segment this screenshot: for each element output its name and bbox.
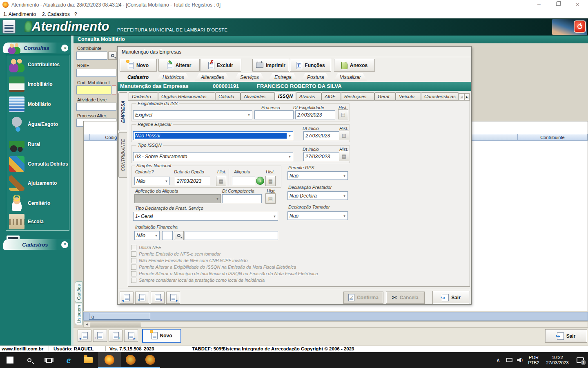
tab-orgaos-relacionados[interactable]: Orgãos Relacionados <box>158 92 215 100</box>
dialog-last-record-button[interactable]: ▸ <box>166 292 180 304</box>
menu-help[interactable]: ? <box>74 11 77 17</box>
sidebar-item-mobiliario[interactable]: Mobiliário <box>6 94 69 114</box>
tab-listagem[interactable]: Listagem <box>75 303 82 325</box>
tipo-dt-input[interactable] <box>303 152 343 161</box>
dt-competencia-input[interactable] <box>222 194 262 203</box>
toolbar-alterar-button[interactable]: ✎Alterar <box>158 59 200 72</box>
horizontal-scrollbar[interactable]: ◂ <box>83 321 588 328</box>
tab-issqn-cadastro[interactable]: Cadastro <box>129 92 158 100</box>
scroll-thumb[interactable] <box>90 322 141 327</box>
taskbar-app3-button[interactable] <box>140 352 160 368</box>
taskbar-app1-button[interactable] <box>98 352 121 368</box>
minimize-icon[interactable]: – <box>537 1 541 7</box>
tab-restricoes[interactable]: Restrições <box>341 92 374 100</box>
dialog-insert-record-button[interactable]: + <box>135 292 149 304</box>
aliquota-input[interactable] <box>232 177 255 185</box>
sidebar-item-consulta-debitos[interactable]: Consulta Débitos <box>6 154 69 174</box>
tray-chevron-button[interactable]: ∧ <box>492 352 504 368</box>
sidebar-item-ajuizamento[interactable]: Ajuizamento <box>6 173 69 193</box>
tab-aidf[interactable]: AIDF <box>321 92 341 100</box>
data-opcao-input[interactable] <box>175 177 210 185</box>
cod-mobiliario-input[interactable] <box>76 85 111 94</box>
sidebar-group-consultas[interactable]: Consultas » <box>3 43 71 53</box>
tab-calculo[interactable]: Cálculo <box>215 92 241 100</box>
first-record-button[interactable]: ◂ <box>78 330 91 342</box>
toolbar-imprimir-button[interactable]: Imprimir <box>252 59 289 72</box>
main-novo-button[interactable]: Novo <box>142 329 181 343</box>
regime-dt-input[interactable] <box>303 131 343 140</box>
dt-exigibilidade-input[interactable] <box>295 110 335 119</box>
volume-tray-icon[interactable]: ) <box>514 352 525 368</box>
checkbox-utiliza-nfe[interactable] <box>131 245 136 250</box>
tab-cadastro[interactable]: Cadastro <box>121 73 155 81</box>
tab-scroll-right-button[interactable]: ▸ <box>464 93 470 100</box>
cancela-button[interactable]: ✂Cancela <box>386 292 425 304</box>
exit-power-button[interactable] <box>574 20 586 33</box>
tab-contribuinte[interactable]: CONTRIBUINTE <box>118 132 127 178</box>
checkbox-alterar-exigibilidade[interactable] <box>131 265 136 270</box>
tab-postura[interactable]: Postura <box>301 73 330 81</box>
optante-combo[interactable]: Não▾ <box>134 177 170 185</box>
contribuinte-search-button[interactable] <box>108 52 117 60</box>
regime-combo[interactable]: Não Possui▾ <box>133 131 293 140</box>
language-indicator[interactable]: POR PTB2 <box>525 352 542 368</box>
tab-veiculo[interactable]: Veículo <box>396 92 421 100</box>
toolbar-novo-button[interactable]: Novo <box>120 59 157 72</box>
dialog-next-record-button[interactable]: + <box>151 292 165 304</box>
rgie-input[interactable] <box>76 69 116 77</box>
atividade-livre-input[interactable] <box>76 103 116 111</box>
hist-button-6[interactable]: ▤ <box>265 193 276 204</box>
tab-scroll-left-button[interactable]: ◂ <box>459 93 464 100</box>
cod-mobiliario-side-button[interactable] <box>112 85 116 94</box>
sidebar-group-cadastros[interactable]: Cadastros » <box>3 239 71 250</box>
insert-record-button[interactable]: + <box>93 330 107 342</box>
menu-cadastros[interactable]: 2. Cadastros <box>42 11 70 17</box>
taskbar-app2-button[interactable] <box>121 352 140 368</box>
decl-tomador-combo[interactable]: Não▾ <box>287 211 348 220</box>
menu-atendimento[interactable]: 1. Atendimento <box>3 11 36 17</box>
checkbox-local-prestacao[interactable] <box>131 278 136 283</box>
restore-icon[interactable] <box>556 2 561 6</box>
tab-issqn[interactable]: ISSQN <box>275 92 296 100</box>
chevron-up-icon[interactable]: » <box>61 45 68 52</box>
sidebar-item-escola[interactable]: Escola <box>6 212 69 231</box>
next-record-button[interactable]: + <box>109 330 122 342</box>
confirma-button[interactable]: ✓Confirma <box>343 292 383 304</box>
contribuinte-input[interactable] <box>76 52 107 60</box>
tab-caracteristicas[interactable]: Características <box>421 92 459 100</box>
chevron-down-icon[interactable]: » <box>61 241 68 248</box>
taskbar-search-button[interactable] <box>20 352 39 368</box>
tab-atividades[interactable]: Atividades <box>241 92 275 100</box>
sidebar-item-contribuintes[interactable]: Contribuintes <box>6 55 69 74</box>
hist-button-2[interactable]: ▤ <box>339 130 349 140</box>
processo-input[interactable] <box>254 110 294 119</box>
inst-fin-search-button[interactable] <box>174 231 184 240</box>
checkbox-nfse-sem-tomador[interactable] <box>131 251 136 257</box>
toolbar-anexos-button[interactable]: Anexos <box>334 59 375 72</box>
hist-button-4[interactable]: ▤ <box>216 176 226 186</box>
scroll-left-arrow[interactable]: ◂ <box>84 322 90 327</box>
permite-rps-combo[interactable]: Não▾ <box>287 171 348 180</box>
tab-geral[interactable]: Geral <box>374 92 396 100</box>
hist-button-1[interactable]: ▤ <box>338 109 348 119</box>
last-record-button[interactable]: ▸ <box>124 330 138 342</box>
checkbox-nfe-cnpj-invalido[interactable] <box>131 258 136 263</box>
inst-fin-combo[interactable]: Não▾ <box>134 231 160 240</box>
network-tray-icon[interactable] <box>504 352 514 368</box>
sidebar-item-imobiliario[interactable]: Imobiliário <box>6 74 69 94</box>
grid-header-contribuinte[interactable]: Contribuinte <box>517 134 588 141</box>
checkbox-alterar-municipio[interactable] <box>131 271 136 276</box>
start-button[interactable] <box>0 352 20 368</box>
dialog-first-record-button[interactable]: ◂ <box>120 292 134 304</box>
clock-indicator[interactable]: 10:22 27/03/2023 <box>542 352 572 368</box>
taskbar-ie-button[interactable]: e <box>59 352 78 368</box>
tab-entrega[interactable]: Entrega <box>268 73 298 81</box>
hist-button-5[interactable]: ▤ <box>265 176 276 186</box>
sidebar-scrollbar[interactable] <box>71 36 74 352</box>
toolbar-excluir-button[interactable]: ✗Excluir <box>200 59 241 72</box>
main-sair-button[interactable]: ↪ Sair <box>545 329 587 343</box>
decl-prestador-combo[interactable]: Não Declara▾ <box>287 191 348 200</box>
tab-empresa[interactable]: EMPRESA <box>118 92 127 131</box>
tab-historicos[interactable]: Históricos <box>156 73 191 81</box>
dialog-sair-button[interactable]: ↪Sair <box>432 291 470 304</box>
